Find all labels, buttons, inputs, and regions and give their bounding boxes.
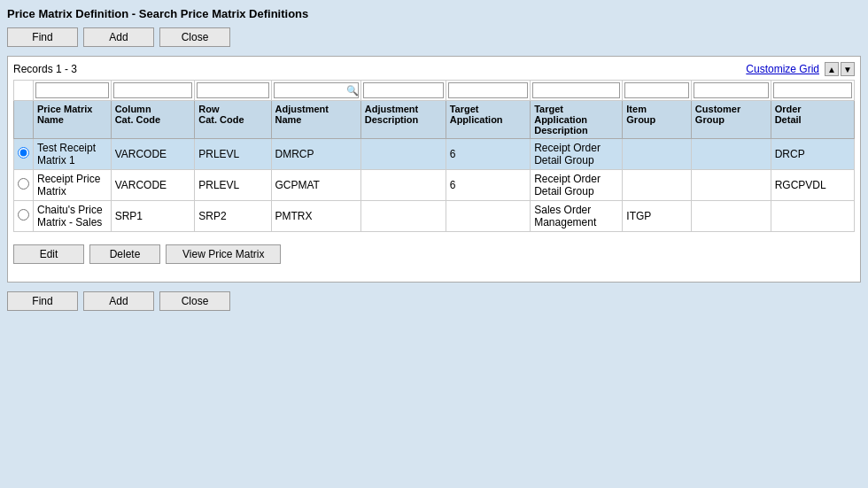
filter-customer-group[interactable] bbox=[691, 81, 771, 101]
filter-row: 🔍 bbox=[14, 81, 855, 101]
cell-item_group: ITGP bbox=[623, 201, 692, 232]
filter-customer-group-input[interactable] bbox=[694, 82, 769, 98]
cell-row_cat_code: SRP2 bbox=[195, 201, 271, 232]
row-radio[interactable] bbox=[18, 178, 29, 190]
records-right: Customize Grid ▲ ▼ bbox=[746, 62, 855, 76]
cell-column_cat_code: VARCODE bbox=[111, 139, 195, 170]
filter-target-app-desc-input[interactable] bbox=[532, 82, 620, 98]
delete-button[interactable]: Delete bbox=[89, 244, 160, 264]
col-header-adjustment-desc: AdjustmentDescription bbox=[360, 101, 446, 139]
col-header-column-cat-code: ColumnCat. Code bbox=[111, 101, 195, 139]
row-radio[interactable] bbox=[18, 209, 29, 221]
table-row: Receipt Price MatrixVARCODEPRLEVLGCPMAT6… bbox=[14, 170, 855, 201]
bottom-toolbar2: Find Add Close bbox=[7, 291, 861, 311]
filter-name[interactable] bbox=[34, 81, 112, 101]
cell-price_matrix_name: Test Receipt Matrix 1 bbox=[34, 139, 112, 170]
grid-controls: ▲ ▼ bbox=[825, 62, 855, 76]
page-title: Price Matrix Definition - Search Price M… bbox=[7, 7, 861, 20]
filter-target-app[interactable] bbox=[446, 81, 531, 101]
cell-row_cat_code: PRLEVL bbox=[195, 139, 271, 170]
content-area: Records 1 - 3 Customize Grid ▲ ▼ bbox=[7, 56, 861, 283]
edit-button[interactable]: Edit bbox=[13, 244, 84, 264]
cell-order_detail bbox=[771, 201, 854, 232]
row-radio-cell[interactable] bbox=[14, 170, 34, 201]
close-button-top[interactable]: Close bbox=[159, 27, 230, 47]
col-header-item-group: ItemGroup bbox=[623, 101, 692, 139]
grid-nav-prev[interactable]: ▲ bbox=[825, 62, 839, 76]
cell-customer_group bbox=[691, 170, 771, 201]
cell-order_detail: RGCPVDL bbox=[771, 170, 854, 201]
find-button-top[interactable]: Find bbox=[7, 27, 78, 47]
top-toolbar: Find Add Close bbox=[7, 27, 861, 47]
records-bar: Records 1 - 3 Customize Grid ▲ ▼ bbox=[13, 62, 855, 76]
cell-adjustment_name: DMRCP bbox=[271, 139, 360, 170]
cell-customer_group bbox=[691, 139, 771, 170]
records-info: Records 1 - 3 bbox=[13, 63, 77, 75]
filter-row-cat-input[interactable] bbox=[197, 82, 268, 98]
cell-item_group bbox=[623, 170, 692, 201]
close-button-bottom[interactable]: Close bbox=[159, 291, 230, 311]
cell-order_detail: DRCP bbox=[771, 139, 854, 170]
col-header-adjustment-name: AdjustmentName bbox=[271, 101, 360, 139]
cell-adjustment_name: GCPMAT bbox=[271, 170, 360, 201]
col-header-radio bbox=[14, 101, 34, 139]
cell-target_application bbox=[446, 201, 531, 232]
find-button-bottom[interactable]: Find bbox=[7, 291, 78, 311]
header-row: Price MatrixName ColumnCat. Code RowCat.… bbox=[14, 101, 855, 139]
filter-item-group[interactable] bbox=[623, 81, 692, 101]
cell-target_application_description: Sales Order Management bbox=[531, 201, 623, 232]
view-price-matrix-button[interactable]: View Price Matrix bbox=[166, 244, 281, 264]
col-header-target-app-desc: Target ApplicationDescription bbox=[531, 101, 623, 139]
filter-name-input[interactable] bbox=[35, 82, 109, 98]
cell-customer_group bbox=[691, 201, 771, 232]
cell-target_application: 6 bbox=[446, 139, 531, 170]
filter-item-group-input[interactable] bbox=[624, 82, 689, 98]
filter-col-cat[interactable] bbox=[111, 81, 195, 101]
add-button-bottom[interactable]: Add bbox=[83, 291, 154, 311]
cell-target_application_description: Receipt Order Detail Group bbox=[531, 139, 623, 170]
table-row: Chaitu's Price Matrix - SalesSRP1SRP2PMT… bbox=[14, 201, 855, 232]
filter-target-app-input[interactable] bbox=[448, 82, 529, 98]
cell-price_matrix_name: Receipt Price Matrix bbox=[34, 170, 112, 201]
filter-radio-col bbox=[14, 81, 34, 101]
cell-adjustment_description bbox=[360, 139, 446, 170]
filter-row-cat[interactable] bbox=[195, 81, 271, 101]
filter-adj-desc-input[interactable] bbox=[363, 82, 444, 98]
col-header-target-app: TargetApplication bbox=[446, 101, 531, 139]
filter-target-app-desc[interactable] bbox=[531, 81, 623, 101]
row-radio-cell[interactable] bbox=[14, 201, 34, 232]
col-header-customer-group: CustomerGroup bbox=[691, 101, 771, 139]
row-radio-cell[interactable] bbox=[14, 139, 34, 170]
table-body: Test Receipt Matrix 1VARCODEPRLEVLDMRCP6… bbox=[14, 139, 855, 232]
cell-adjustment_description bbox=[360, 201, 446, 232]
cell-item_group bbox=[623, 139, 692, 170]
grid-nav-next[interactable]: ▼ bbox=[841, 62, 855, 76]
add-button-top[interactable]: Add bbox=[83, 27, 154, 47]
cell-column_cat_code: SRP1 bbox=[111, 201, 195, 232]
row-radio[interactable] bbox=[18, 147, 29, 159]
col-header-order-detail: OrderDetail bbox=[771, 101, 854, 139]
price-matrix-table: 🔍 Price MatrixName ColumnCat. Code RowCa… bbox=[13, 80, 855, 232]
table-row: Test Receipt Matrix 1VARCODEPRLEVLDMRCP6… bbox=[14, 139, 855, 170]
bottom-toolbar: Edit Delete View Price Matrix bbox=[13, 244, 855, 264]
search-icon[interactable]: 🔍 bbox=[346, 85, 359, 97]
cell-target_application: 6 bbox=[446, 170, 531, 201]
filter-order-detail[interactable] bbox=[771, 81, 854, 101]
filter-adj-name[interactable]: 🔍 bbox=[271, 81, 360, 101]
cell-adjustment_name: PMTRX bbox=[271, 201, 360, 232]
col-header-price-matrix-name: Price MatrixName bbox=[34, 101, 112, 139]
cell-price_matrix_name: Chaitu's Price Matrix - Sales bbox=[34, 201, 112, 232]
filter-adj-desc[interactable] bbox=[360, 81, 446, 101]
cell-target_application_description: Receipt Order Detail Group bbox=[531, 170, 623, 201]
filter-order-detail-input[interactable] bbox=[773, 82, 852, 98]
filter-col-cat-input[interactable] bbox=[113, 82, 193, 98]
col-header-row-cat-code: RowCat. Code bbox=[195, 101, 271, 139]
customize-grid-link[interactable]: Customize Grid bbox=[746, 63, 819, 75]
cell-column_cat_code: VARCODE bbox=[111, 170, 195, 201]
cell-row_cat_code: PRLEVL bbox=[195, 170, 271, 201]
cell-adjustment_description bbox=[360, 170, 446, 201]
